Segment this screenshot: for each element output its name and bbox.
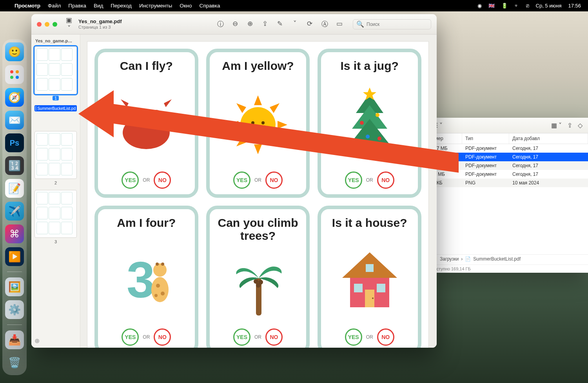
table-row[interactable]: 44 КБPNG10 мая 2024 <box>427 179 588 187</box>
zoom-out-icon[interactable]: ⊖ <box>230 20 240 29</box>
thumb-num-3: 3 <box>34 239 77 244</box>
palm-tree-icon <box>214 247 302 325</box>
zoom-in-icon[interactable]: ⊕ <box>245 20 255 29</box>
svg-rect-19 <box>367 146 373 154</box>
share-icon[interactable]: ⇪ <box>260 20 270 29</box>
wifi-icon[interactable]: ᯤ <box>514 3 519 9</box>
preview-window: ▣ ˅ Yes_no_game.pdf Страница 1 из 3 ⓘ ⊖ … <box>31 14 437 348</box>
dock-shortcuts[interactable]: ⌘ <box>5 224 24 243</box>
menu-view[interactable]: Вид <box>94 3 103 9</box>
svg-point-11 <box>240 107 276 142</box>
info-icon[interactable]: ⓘ <box>216 20 225 29</box>
path-bar[interactable]: 📁 Загрузки › 📄 SummerBucketList.pdf <box>427 254 588 263</box>
menu-file[interactable]: Файл <box>48 3 61 9</box>
finder-window: ☰ ˅ ▦ ˅ ⇪ ◇ азмер Тип Дата добавл 12,7 М… <box>426 118 588 273</box>
thumbnail-3[interactable] <box>34 190 77 238</box>
drag-file-item[interactable]: SummerBucketList.pd <box>34 105 77 111</box>
svg-text:3: 3 <box>127 251 155 308</box>
dock-launchpad[interactable] <box>5 65 24 84</box>
dock-downloads[interactable]: 📥 <box>5 330 24 349</box>
col-type[interactable]: Тип <box>462 133 509 144</box>
svg-point-30 <box>156 284 160 288</box>
svg-marker-18 <box>348 119 391 146</box>
battery-icon[interactable]: 🔋 <box>501 3 508 9</box>
svg-point-15 <box>264 126 268 129</box>
search-input[interactable] <box>367 22 428 27</box>
highlight-icon[interactable]: ✎ <box>275 20 285 29</box>
menu-bar: Просмотр Файл Правка Вид Переход Инструм… <box>0 0 588 11</box>
input-flag-icon[interactable]: 🇬🇧 <box>488 3 495 9</box>
rotate-icon[interactable]: ⟳ <box>305 20 314 29</box>
svg-rect-41 <box>377 284 385 292</box>
menu-date[interactable]: Ср, 5 июня <box>536 3 562 9</box>
share-icon[interactable]: ⇪ <box>567 122 572 129</box>
sidebar-toggle-icon[interactable]: ▣ ˅ <box>64 16 74 33</box>
dock-trash[interactable]: 🗑️ <box>5 353 24 372</box>
control-center-icon[interactable]: ⎚ <box>526 3 529 9</box>
thumbnail-1[interactable] <box>34 46 77 94</box>
col-date[interactable]: Дата добавл <box>509 133 588 144</box>
table-row[interactable]: 12,7 МБPDF-документСегодня, 17 <box>427 144 588 153</box>
card-climb: Can you climb trees? YESORNO <box>206 206 310 348</box>
dock-calculator[interactable]: 🔢 <box>5 156 24 175</box>
dock-mail[interactable]: ✉️ <box>5 111 24 129</box>
sidebar-title: Yes_no_game.p… <box>35 38 76 43</box>
svg-point-28 <box>156 263 159 266</box>
menu-edit[interactable]: Правка <box>68 3 86 9</box>
tag-icon[interactable]: ◇ <box>578 122 583 129</box>
dock-preview-thumb[interactable]: 🖼️ <box>5 277 24 296</box>
svg-point-24 <box>377 137 381 140</box>
card-four: Am I four? 3 YESORNO <box>94 206 198 348</box>
file-icon: 📄 <box>465 256 471 262</box>
svg-point-14 <box>248 126 252 129</box>
screen-record-icon[interactable]: ◉ <box>477 3 482 9</box>
thumb-num-2: 2 <box>34 181 77 185</box>
finder-toolbar: ☰ ˅ ▦ ˅ ⇪ ◇ <box>427 118 588 133</box>
table-row-selected[interactable]: 2,8 МБPDF-документСегодня, 17 <box>427 153 588 161</box>
table-row[interactable]: 124 КБPDF-документСегодня, 17 <box>427 161 588 170</box>
maximize-button[interactable] <box>53 22 57 27</box>
document-area[interactable]: Can I fly? YESORNO Am I yellow? YESORNO <box>80 35 437 348</box>
group-icon[interactable]: ▦ ˅ <box>551 122 562 129</box>
app-name[interactable]: Просмотр <box>15 3 40 9</box>
crop-icon[interactable]: ▭ <box>335 20 344 29</box>
svg-point-31 <box>161 292 165 295</box>
svg-rect-40 <box>354 284 363 292</box>
chevron-down-icon[interactable]: ˅ <box>290 20 299 29</box>
thumb-num-1: 1 <box>53 96 59 100</box>
dock-settings[interactable]: ⚙️ <box>5 300 24 319</box>
card-crab: Can I fly? YESORNO <box>94 49 198 198</box>
menu-help[interactable]: Справка <box>200 3 220 9</box>
dock-finder[interactable]: 🙂 <box>5 42 24 61</box>
svg-point-2 <box>10 76 13 79</box>
dock-telegram[interactable]: ✈️ <box>5 202 24 221</box>
markup-icon[interactable]: Ⓐ <box>320 20 329 29</box>
add-page-button[interactable]: ⊕ <box>34 337 40 345</box>
dock-notes[interactable]: 📝 <box>5 179 24 198</box>
svg-point-27 <box>153 263 167 277</box>
dock-photoshop[interactable]: Ps <box>5 133 24 152</box>
minimize-button[interactable] <box>45 22 49 27</box>
svg-point-12 <box>251 121 254 124</box>
menu-go[interactable]: Переход <box>111 3 132 9</box>
table-row[interactable]: 1,2 МБPDF-документСегодня, 17 <box>427 170 588 179</box>
menu-tools[interactable]: Инструменты <box>139 3 172 9</box>
finder-rows: 12,7 МБPDF-документСегодня, 17 2,8 МБPDF… <box>427 144 588 187</box>
close-button[interactable] <box>37 22 42 27</box>
crab-icon <box>103 77 190 168</box>
svg-point-21 <box>360 121 364 125</box>
sun-icon <box>214 77 302 168</box>
finder-columns: азмер Тип Дата добавл <box>427 133 588 144</box>
page-indicator: Страница 1 из 3 <box>78 25 122 29</box>
svg-point-10 <box>154 115 158 118</box>
dock-safari[interactable]: 🧭 <box>5 88 24 107</box>
card-sun: Am I yellow? YESORNO <box>206 49 310 198</box>
search-icon: 🔍 <box>356 20 364 28</box>
menu-time[interactable]: 17:56 <box>568 3 581 9</box>
pdf-page: Can I fly? YESORNO Am I yellow? YESORNO <box>87 42 428 348</box>
number-3-giraffe-icon: 3 <box>103 234 190 325</box>
menu-window[interactable]: Окно <box>180 3 192 9</box>
search-box[interactable]: 🔍 <box>353 19 431 29</box>
thumbnail-2[interactable] <box>34 131 77 179</box>
dock-video[interactable]: ▶️ <box>5 247 24 266</box>
